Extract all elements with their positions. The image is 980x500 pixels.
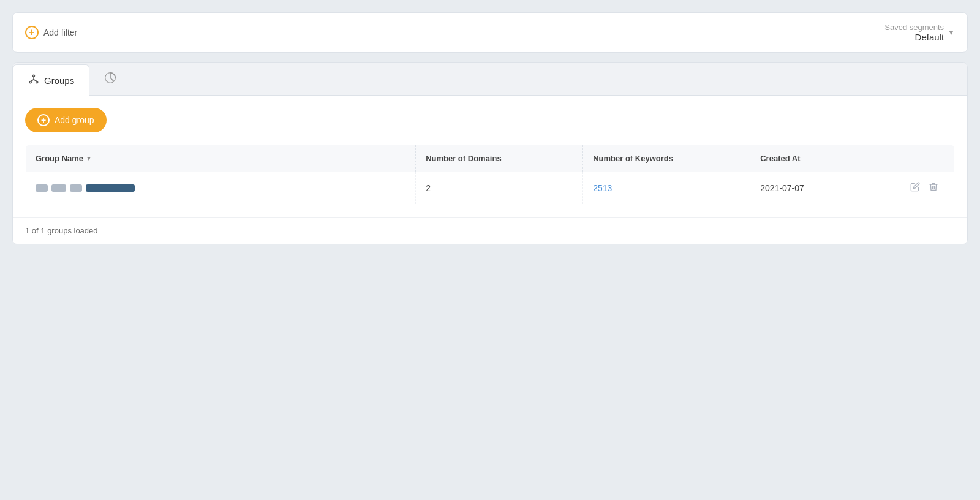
saved-segments-value: Default [884,32,944,42]
blur-block-2 [51,184,66,192]
col-group-name-label: Group Name [36,154,83,163]
delete-button[interactable] [927,181,940,195]
actions-cell [899,172,954,205]
blur-block-1 [36,184,48,192]
saved-segments-label: Saved segments [884,23,944,32]
blur-block-4 [86,184,135,192]
groups-table: Group Name ▼ Number of Domains Number of… [25,145,955,205]
domains-value: 2 [426,183,431,193]
domains-cell: 2 [416,172,583,205]
table-row: 2 2513 2021-07-07 [26,172,955,205]
col-domains-label: Number of Domains [426,154,502,163]
add-group-button[interactable]: + Add group [25,108,107,132]
svg-line-4 [31,80,34,81]
group-name-cell [26,172,416,205]
tab-groups-label: Groups [44,75,74,86]
created-at-value: 2021-07-07 [760,183,804,193]
keywords-link[interactable]: 2513 [593,183,612,193]
keywords-cell[interactable]: 2513 [583,172,750,205]
filter-bar: + Add filter Saved segments Default ▼ [12,12,968,53]
chevron-down-icon: ▼ [948,28,955,37]
created-at-cell: 2021-07-07 [750,172,899,205]
add-filter-button[interactable]: + Add filter [25,26,77,39]
group-name-sort[interactable]: Group Name ▼ [36,154,92,163]
col-keywords-label: Number of Keywords [593,154,673,163]
main-card: Groups + Add group [12,63,968,244]
blur-block-3 [70,184,82,192]
add-filter-label: Add filter [43,28,77,37]
content-area: + Add group Group Name ▼ Number of Domai… [13,96,967,217]
add-group-icon: + [37,114,50,126]
col-header-group-name[interactable]: Group Name ▼ [26,145,416,172]
add-group-label: Add group [55,115,94,125]
groups-loaded-status: 1 of 1 groups loaded [25,226,98,235]
keywords-value: 2513 [593,183,612,193]
blurred-group-name [36,184,405,192]
table-header-row: Group Name ▼ Number of Domains Number of… [26,145,955,172]
col-header-keywords: Number of Keywords [583,145,750,172]
edit-icon [910,183,920,194]
col-header-actions [899,145,954,172]
chart-icon [104,72,116,86]
table-footer: 1 of 1 groups loaded [13,217,967,244]
saved-segments-dropdown[interactable]: Saved segments Default ▼ [884,23,955,42]
edit-button[interactable] [909,181,921,195]
sort-icon: ▼ [86,155,92,162]
groups-icon [28,74,39,87]
trash-icon [929,183,938,194]
tab-chart[interactable] [89,63,131,95]
col-created-at-label: Created At [760,154,800,163]
svg-line-5 [34,80,37,81]
col-header-domains: Number of Domains [416,145,583,172]
row-actions [909,181,944,195]
tabs-bar: Groups [13,63,967,96]
add-filter-icon: + [25,26,39,39]
col-header-created-at: Created At [750,145,899,172]
tab-groups[interactable]: Groups [13,64,89,96]
